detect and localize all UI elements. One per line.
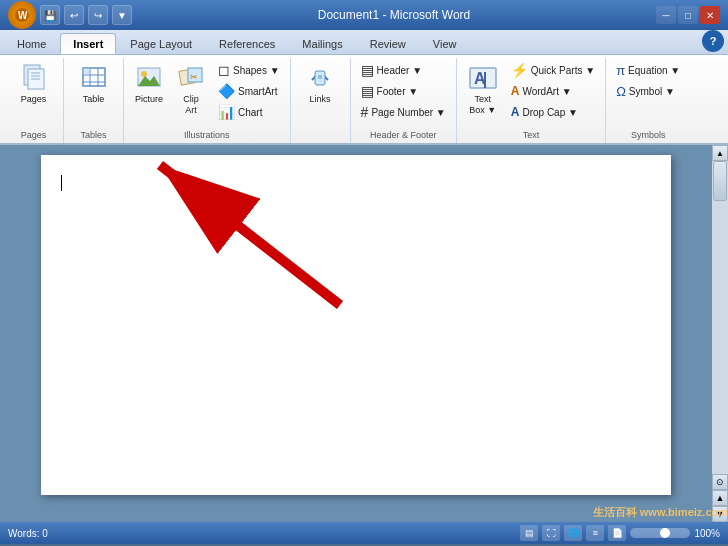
tab-view[interactable]: View [420,33,470,54]
smartart-button[interactable]: 🔷 SmartArt [214,81,284,101]
scroll-thumb[interactable] [713,161,727,201]
save-quick-btn[interactable]: 💾 [40,5,60,25]
title-bar: W 💾 ↩ ↪ ▼ Document1 - Microsoft Word ─ □… [0,0,728,30]
svg-text:W: W [18,10,28,21]
chart-label: Chart [238,107,262,118]
symbol-icon: Ω [616,84,626,99]
page-number-icon: # [361,104,369,120]
wordart-button[interactable]: A WordArt ▼ [507,81,599,101]
page-number-button[interactable]: # Page Number ▼ [357,102,450,122]
tab-home[interactable]: Home [4,33,59,54]
tab-insert[interactable]: Insert [60,33,116,54]
textbox-label: TextBox ▼ [469,94,496,116]
window-controls: ─ □ ✕ [656,6,720,24]
header-icon: ▤ [361,62,374,78]
ribbon: Pages Pages Table Ta [0,55,728,145]
ribbon-group-links: Links [291,58,351,143]
symbols-group-content: π Equation ▼ Ω Symbol ▼ [612,60,684,130]
shapes-button[interactable]: ◻ Shapes ▼ [214,60,284,80]
links-group-content: Links [301,60,339,140]
ribbon-group-tables: Table Tables [64,58,124,143]
chart-button[interactable]: 📊 Chart [214,102,284,122]
close-button[interactable]: ✕ [700,6,720,24]
picture-icon [133,62,165,94]
customize-quick-btn[interactable]: ▼ [112,5,132,25]
table-icon [78,62,110,94]
ribbon-group-pages: Pages Pages [4,58,64,143]
pages-button[interactable]: Pages [15,60,53,107]
shapes-label: Shapes ▼ [233,65,280,76]
textbox-button[interactable]: A TextBox ▼ [463,60,503,118]
quick-access-toolbar: 💾 ↩ ↪ ▼ [40,5,132,25]
status-bar: Words: 0 ▤ ⛶ 🌐 ≡ 📄 100% [0,522,728,544]
table-label: Table [83,94,105,105]
symbols-col: π Equation ▼ Ω Symbol ▼ [612,60,684,101]
text-cursor [61,175,62,191]
draft-view[interactable]: 📄 [608,525,626,541]
scroll-track[interactable] [712,161,728,474]
footer-icon: ▤ [361,83,374,99]
document-page[interactable] [41,155,671,495]
clip-art-button[interactable]: ✂ ClipArt [172,60,210,118]
quick-parts-label: Quick Parts ▼ [531,65,595,76]
equation-button[interactable]: π Equation ▼ [612,60,684,80]
scroll-up-button[interactable]: ▲ [712,145,728,161]
tab-review[interactable]: Review [357,33,419,54]
header-label: Header ▼ [377,65,422,76]
help-button[interactable]: ? [702,30,724,52]
header-footer-group-content: ▤ Header ▼ ▤ Footer ▼ # Page Number ▼ [357,60,450,130]
scroll-bottom-buttons: ⊙ ▲ ▼ [712,474,728,522]
outline-view[interactable]: ≡ [586,525,604,541]
maximize-button[interactable]: □ [678,6,698,24]
scroll-next-btn[interactable]: ▼ [712,506,728,522]
links-label: Links [310,94,331,105]
title-bar-left: W 💾 ↩ ↪ ▼ [8,1,132,29]
links-button[interactable]: Links [301,60,339,107]
table-button[interactable]: Table [75,60,113,107]
symbol-button[interactable]: Ω Symbol ▼ [612,81,684,101]
text-small-col: ⚡ Quick Parts ▼ A WordArt ▼ A Drop Cap ▼ [507,60,599,122]
links-icon [304,62,336,94]
clip-art-icon: ✂ [175,62,207,94]
minimize-button[interactable]: ─ [656,6,676,24]
svg-text:✂: ✂ [190,72,198,82]
ribbon-group-illustrations: Picture ✂ ClipArt ◻ Shapes ▼ [124,58,291,143]
ribbon-tabs: Home Insert Page Layout References Maili… [0,30,728,55]
drop-cap-button[interactable]: A Drop Cap ▼ [507,102,599,122]
footer-label: Footer ▼ [377,86,419,97]
picture-button[interactable]: Picture [130,60,168,107]
zoom-slider[interactable] [630,528,690,538]
wordart-icon: A [511,84,520,98]
scroll-select-btn[interactable]: ⊙ [712,474,728,490]
vertical-scrollbar[interactable]: ▲ ⊙ ▲ ▼ [712,145,728,522]
pages-group-label: Pages [10,130,57,143]
header-footer-group-label: Header & Footer [357,130,450,143]
undo-quick-btn[interactable]: ↩ [64,5,84,25]
tab-mailings[interactable]: Mailings [289,33,355,54]
tab-references[interactable]: References [206,33,288,54]
tab-page-layout[interactable]: Page Layout [117,33,205,54]
zoom-thumb [660,528,670,538]
office-button[interactable]: W [8,1,36,29]
quick-parts-button[interactable]: ⚡ Quick Parts ▼ [507,60,599,80]
header-button[interactable]: ▤ Header ▼ [357,60,450,80]
links-group-label [297,140,344,143]
scroll-prev-btn[interactable]: ▲ [712,490,728,506]
drop-cap-icon: A [511,105,520,119]
illustrations-group-content: Picture ✂ ClipArt ◻ Shapes ▼ [130,60,284,130]
print-layout-view[interactable]: ▤ [520,525,538,541]
status-right: ▤ ⛶ 🌐 ≡ 📄 100% [520,525,720,541]
shapes-smartart-col: ◻ Shapes ▼ 🔷 SmartArt 📊 Chart [214,60,284,122]
footer-button[interactable]: ▤ Footer ▼ [357,81,450,101]
pages-icon [18,62,50,94]
textbox-icon: A [467,62,499,94]
tables-group-label: Tables [70,130,117,143]
ribbon-group-text: A TextBox ▼ ⚡ Quick Parts ▼ A WordArt ▼ … [457,58,606,143]
text-group-content: A TextBox ▼ ⚡ Quick Parts ▼ A WordArt ▼ … [463,60,599,130]
ribbon-group-header-footer: ▤ Header ▼ ▤ Footer ▼ # Page Number ▼ He… [351,58,457,143]
web-layout-view[interactable]: 🌐 [564,525,582,541]
redo-quick-btn[interactable]: ↪ [88,5,108,25]
wordart-label: WordArt ▼ [522,86,571,97]
symbols-group-label: Symbols [612,130,684,143]
full-screen-view[interactable]: ⛶ [542,525,560,541]
